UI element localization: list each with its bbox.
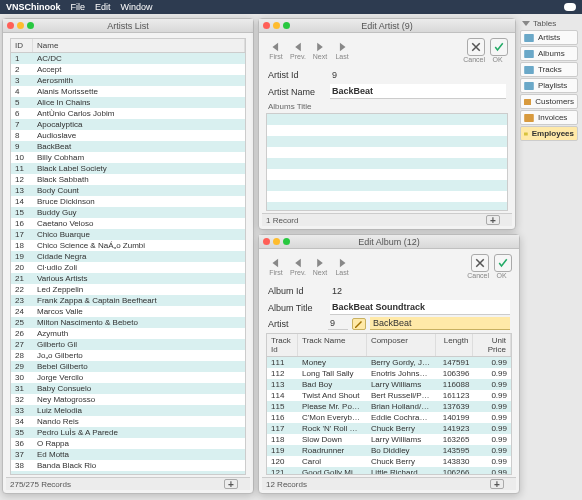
zoom-icon[interactable]: [27, 22, 34, 29]
col-track-name[interactable]: Track Name: [298, 334, 367, 356]
col-composer[interactable]: Composer: [367, 334, 436, 356]
table-row[interactable]: 3Aerosmith: [11, 75, 245, 86]
menu-edit[interactable]: Edit: [95, 2, 111, 12]
ok-button[interactable]: [494, 254, 512, 272]
close-icon[interactable]: [263, 22, 270, 29]
albums-table[interactable]: [266, 113, 508, 211]
zoom-icon[interactable]: [283, 238, 290, 245]
table-row[interactable]: 30Jorge Vercilo: [11, 372, 245, 383]
edit-link-button[interactable]: [352, 318, 366, 330]
palette-item-playlists[interactable]: Playlists: [520, 78, 578, 93]
table-row[interactable]: 20Cl·udio Zoli: [11, 262, 245, 273]
ok-button[interactable]: [490, 38, 508, 56]
table-row[interactable]: 18Chico Science & NaÁ„o Zumbi: [11, 240, 245, 251]
table-row[interactable]: 11Black Label Society: [11, 163, 245, 174]
table-row[interactable]: 119RoadrunnerBo Diddley1435950.99: [267, 445, 511, 456]
table-row[interactable]: 32Ney Matogrosso: [11, 394, 245, 405]
table-row[interactable]: 10Billy Cobham: [11, 152, 245, 163]
close-icon[interactable]: [263, 238, 270, 245]
table-row[interactable]: 23Frank Zappa & Captain Beefheart: [11, 295, 245, 306]
nav-first[interactable]: First: [266, 41, 286, 60]
close-icon[interactable]: [7, 22, 14, 29]
table-row[interactable]: 12Black Sabbath: [11, 174, 245, 185]
add-button[interactable]: +: [486, 215, 500, 225]
minimize-icon[interactable]: [17, 22, 24, 29]
table-row[interactable]: 15Buddy Guy: [11, 207, 245, 218]
cloud-icon[interactable]: [564, 3, 576, 11]
minimize-icon[interactable]: [273, 22, 280, 29]
table-row[interactable]: 17Chico Buarque: [11, 229, 245, 240]
table-row[interactable]: 39Fernanda Porto: [11, 471, 245, 474]
table-row[interactable]: 24Marcos Valle: [11, 306, 245, 317]
palette-item-invoices[interactable]: Invoices: [520, 110, 578, 125]
nav-next[interactable]: Next: [310, 41, 330, 60]
table-row[interactable]: 113Bad BoyLarry Williams1160880.99: [267, 379, 511, 390]
table-row[interactable]: 117Rock 'N' Roll MusicChuck Berry1419230…: [267, 423, 511, 434]
col-name[interactable]: Name: [33, 39, 245, 52]
nav-last[interactable]: Last: [332, 41, 352, 60]
table-row[interactable]: 6AntÙnio Carlos Jobim: [11, 108, 245, 119]
titlebar[interactable]: Artists List: [3, 19, 253, 33]
table-row[interactable]: 115Please Mr. PostmanBrian Holland/Fred……: [267, 401, 511, 412]
table-row[interactable]: 34Nando Reis: [11, 416, 245, 427]
table-row[interactable]: 28Jo„o Gilberto: [11, 350, 245, 361]
table-row[interactable]: [267, 114, 507, 125]
table-row[interactable]: 38Banda Black Rio: [11, 460, 245, 471]
table-row[interactable]: 22Led Zeppelin: [11, 284, 245, 295]
zoom-icon[interactable]: [283, 22, 290, 29]
table-row[interactable]: 5Alice In Chains: [11, 97, 245, 108]
nav-last[interactable]: Last: [332, 257, 352, 276]
palette-item-albums[interactable]: Albums: [520, 46, 578, 61]
table-row[interactable]: 112Long Tall SallyEnotris Johnson/Lit…10…: [267, 368, 511, 379]
col-id[interactable]: ID: [11, 39, 33, 52]
menu-file[interactable]: File: [71, 2, 86, 12]
table-row[interactable]: 21Various Artists: [11, 273, 245, 284]
table-row[interactable]: 13Body Count: [11, 185, 245, 196]
table-row[interactable]: 118Slow DownLarry Williams1632650.99: [267, 434, 511, 445]
artist-name-input[interactable]: BackBeat: [330, 84, 506, 99]
table-row[interactable]: 116C'Mon EverybodyEddie Cochran/Jerr…140…: [267, 412, 511, 423]
table-row[interactable]: 9BackBeat: [11, 141, 245, 152]
cancel-button[interactable]: [467, 38, 485, 56]
table-row[interactable]: 27Gilberto Gil: [11, 339, 245, 350]
table-row[interactable]: 4Alanis Morissette: [11, 86, 245, 97]
table-row[interactable]: 29Bebel Gilberto: [11, 361, 245, 372]
menu-window[interactable]: Window: [121, 2, 153, 12]
col-unit-price[interactable]: Unit Price: [473, 334, 511, 356]
palette-item-employees[interactable]: Employees: [520, 126, 578, 141]
titlebar[interactable]: Edit Artist (9): [259, 19, 515, 33]
table-row[interactable]: 16Caetano Veloso: [11, 218, 245, 229]
table-row[interactable]: 14Bruce Dickinson: [11, 196, 245, 207]
table-row[interactable]: 35Pedro LuÌs & A Parede: [11, 427, 245, 438]
add-button[interactable]: +: [224, 479, 238, 489]
table-row[interactable]: 2Accept: [11, 64, 245, 75]
disclosure-icon[interactable]: [522, 21, 530, 26]
table-row[interactable]: 36O Rappa: [11, 438, 245, 449]
add-button[interactable]: +: [490, 479, 504, 489]
nav-first[interactable]: First: [266, 257, 286, 276]
palette-item-tracks[interactable]: Tracks: [520, 62, 578, 77]
table-row[interactable]: 33Luiz Melodia: [11, 405, 245, 416]
minimize-icon[interactable]: [273, 238, 280, 245]
palette-item-artists[interactable]: Artists: [520, 30, 578, 45]
table-row[interactable]: 8Audioslave: [11, 130, 245, 141]
table-row[interactable]: 19Cidade Negra: [11, 251, 245, 262]
table-row[interactable]: 26Azymuth: [11, 328, 245, 339]
table-row[interactable]: 121Good Golly Miss M…Little Richard10626…: [267, 467, 511, 474]
table-row[interactable]: 120CarolChuck Berry1438300.99: [267, 456, 511, 467]
titlebar[interactable]: Edit Album (12): [259, 235, 519, 249]
col-track-id[interactable]: Track Id: [267, 334, 298, 356]
palette-item-customers[interactable]: Customers: [520, 94, 578, 109]
table-row[interactable]: 31Baby Consuelo: [11, 383, 245, 394]
cancel-button[interactable]: [471, 254, 489, 272]
table-row[interactable]: 111MoneyBerry Gordy, Jr./Ja…1475910.99: [267, 357, 511, 368]
album-title-input[interactable]: BackBeat Soundtrack: [330, 300, 510, 315]
nav-next[interactable]: Next: [310, 257, 330, 276]
artist-name-link[interactable]: BackBeat: [370, 317, 510, 330]
nav-prev[interactable]: Prev.: [288, 257, 308, 276]
table-row[interactable]: 25Milton Nascimento & Bebeto: [11, 317, 245, 328]
col-length[interactable]: Length: [436, 334, 474, 356]
table-row[interactable]: 7Apocalyptica: [11, 119, 245, 130]
table-row[interactable]: 114Twist And ShoutBert Russell/Phil M…16…: [267, 390, 511, 401]
nav-prev[interactable]: Prev.: [288, 41, 308, 60]
